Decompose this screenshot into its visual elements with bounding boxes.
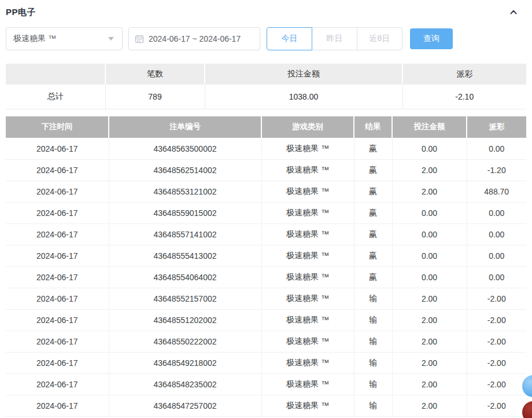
cell-result: 赢 [354, 160, 392, 181]
filter-bar: 极速糖果 ™ 2024-06-17 ~ 2024-06-17 [6, 27, 526, 50]
cell-game-type: 极速糖果 ™ [261, 181, 354, 203]
cell-bet-id: 43648562514002 [109, 160, 261, 181]
cell-game-type: 极速糖果 ™ [261, 203, 354, 224]
cell-bet-id: 43648549218002 [109, 353, 261, 374]
cell-bet-id: 43648553121002 [109, 181, 261, 203]
collapse-button[interactable] [509, 8, 518, 17]
cell-bet-time: 2024-06-17 [6, 245, 109, 267]
cell-bet-time: 2024-06-17 [6, 138, 109, 160]
table-row: 2024-06-17 43648548235002 极速糖果 ™ 输 2.00 … [6, 374, 526, 395]
table-row: 2024-06-17 43648549218002 极速糖果 ™ 输 2.00 … [6, 353, 526, 374]
cell-result: 输 [354, 395, 392, 417]
cell-bet-time: 2024-06-17 [6, 224, 109, 245]
cell-game-type: 极速糖果 ™ [261, 288, 354, 310]
col-header-payout: 派彩 [467, 116, 526, 138]
table-row: 2024-06-17 43648562514002 极速糖果 ™ 赢 2.00 … [6, 160, 526, 181]
summary-table: 笔数 投注金额 派彩 总计 789 1038.00 -2.10 [6, 64, 526, 109]
cell-bet-time: 2024-06-17 [6, 310, 109, 331]
cell-amount: 2.00 [392, 374, 467, 395]
cell-amount: 0.00 [392, 138, 467, 160]
panel-header: PP电子 [6, 5, 526, 20]
table-row: 2024-06-17 43648563500002 极速糖果 ™ 赢 0.00 … [6, 138, 526, 160]
cell-payout: 0.00 [467, 245, 526, 267]
cell-amount: 2.00 [392, 353, 467, 374]
table-row: 2024-06-17 43648557141002 极速糖果 ™ 赢 0.00 … [6, 224, 526, 245]
cell-payout: 0.00 [467, 267, 526, 288]
cell-bet-time: 2024-06-17 [6, 288, 109, 310]
cell-result: 赢 [354, 245, 392, 267]
page-title: PP电子 [6, 7, 36, 18]
table-row: 2024-06-17 43648553121002 极速糖果 ™ 赢 2.00 … [6, 181, 526, 203]
date-range-value: 2024-06-17 ~ 2024-06-17 [149, 34, 241, 43]
cell-bet-time: 2024-06-17 [6, 395, 109, 417]
cell-bet-time: 2024-06-17 [6, 160, 109, 181]
cell-bet-time: 2024-06-17 [6, 353, 109, 374]
cell-amount: 0.00 [392, 267, 467, 288]
col-header-amount: 投注金额 [392, 116, 467, 138]
cell-game-type: 极速糖果 ™ [261, 224, 354, 245]
cell-result: 输 [354, 374, 392, 395]
search-button[interactable]: 查询 [410, 28, 453, 49]
range-button-last8days[interactable]: 近8日 [357, 27, 402, 50]
cell-game-type: 极速糖果 ™ [261, 245, 354, 267]
range-button-yesterday[interactable]: 昨日 [312, 27, 357, 50]
cell-game-type: 极速糖果 ™ [261, 374, 354, 395]
cell-bet-id: 43648559015002 [109, 203, 261, 224]
date-range-input[interactable]: 2024-06-17 ~ 2024-06-17 [128, 27, 260, 50]
cell-amount: 2.00 [392, 160, 467, 181]
table-row: 2024-06-17 43648559015002 极速糖果 ™ 赢 0.00 … [6, 203, 526, 224]
cell-game-type: 极速糖果 ™ [261, 395, 354, 417]
range-button-today[interactable]: 今日 [267, 27, 312, 50]
cell-payout: -1.20 [467, 160, 526, 181]
cell-payout: 0.00 [467, 224, 526, 245]
cell-game-type: 极速糖果 ™ [261, 160, 354, 181]
cell-payout: -2.00 [467, 353, 526, 374]
cell-bet-id: 43648550222002 [109, 331, 261, 353]
cell-bet-time: 2024-06-17 [6, 267, 109, 288]
summary-total-label: 总计 [6, 85, 105, 109]
cell-game-type: 极速糖果 ™ [261, 138, 354, 160]
summary-header-amount: 投注金额 [205, 64, 402, 85]
cell-amount: 2.00 [392, 395, 467, 417]
cell-result: 赢 [354, 224, 392, 245]
table-row: 2024-06-17 43648550222002 极速糖果 ™ 输 2.00 … [6, 331, 526, 353]
cell-result: 赢 [354, 267, 392, 288]
cell-result: 赢 [354, 181, 392, 203]
summary-header-count: 笔数 [105, 64, 205, 85]
cell-amount: 0.00 [392, 224, 467, 245]
cell-payout: -2.00 [467, 310, 526, 331]
cell-payout: 0.00 [467, 138, 526, 160]
cell-result: 输 [354, 353, 392, 374]
cell-game-type: 极速糖果 ™ [261, 310, 354, 331]
cell-payout: -2.00 [467, 395, 526, 417]
cell-payout: -2.00 [467, 288, 526, 310]
cell-bet-id: 43648554064002 [109, 267, 261, 288]
table-row: 2024-06-17 43648554064002 极速糖果 ™ 赢 0.00 … [6, 267, 526, 288]
bets-table: 下注时间 注单编号 游戏类别 结果 投注金额 派彩 2024-06-17 436… [6, 116, 526, 417]
cell-bet-id: 43648555413002 [109, 245, 261, 267]
cell-bet-id: 43648557141002 [109, 224, 261, 245]
cell-payout: 488.70 [467, 181, 526, 203]
cell-payout: 0.00 [467, 203, 526, 224]
game-select-value: 极速糖果 ™ [13, 34, 108, 44]
calendar-icon [135, 34, 144, 43]
cell-bet-id: 43648563500002 [109, 138, 261, 160]
summary-total-amount: 1038.00 [205, 85, 402, 109]
cell-bet-time: 2024-06-17 [6, 181, 109, 203]
cell-bet-id: 43648547257002 [109, 395, 261, 417]
cell-result: 输 [354, 288, 392, 310]
table-row: 2024-06-17 43648547257002 极速糖果 ™ 输 2.00 … [6, 395, 526, 417]
chevron-down-icon [108, 37, 114, 41]
summary-header-payout: 派彩 [402, 64, 526, 85]
summary-header-blank [6, 64, 105, 85]
cell-amount: 0.00 [392, 203, 467, 224]
game-select[interactable]: 极速糖果 ™ [6, 27, 123, 50]
summary-header-row: 笔数 投注金额 派彩 [6, 64, 526, 85]
cell-result: 赢 [354, 138, 392, 160]
cell-bet-id: 43648551202002 [109, 310, 261, 331]
cell-bet-time: 2024-06-17 [6, 374, 109, 395]
cell-game-type: 极速糖果 ™ [261, 331, 354, 353]
cell-bet-id: 43648552157002 [109, 288, 261, 310]
table-row: 2024-06-17 43648555413002 极速糖果 ™ 赢 0.00 … [6, 245, 526, 267]
cell-result: 输 [354, 331, 392, 353]
